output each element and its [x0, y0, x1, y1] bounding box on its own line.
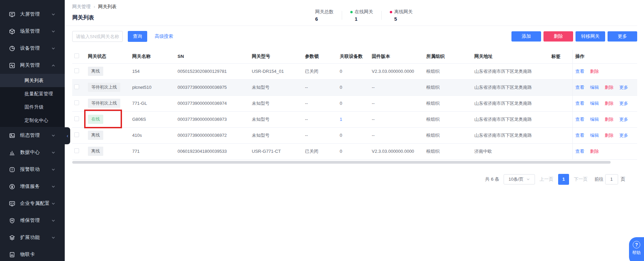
search-input[interactable]: [72, 31, 123, 42]
prev-page-button[interactable]: 上一页: [540, 176, 554, 182]
sidebar-item-card[interactable]: 物联卡: [0, 246, 65, 261]
device-count: 0: [340, 101, 342, 106]
screen-icon: [9, 11, 15, 18]
row-checkbox-cell: [72, 143, 85, 159]
action-link-danger[interactable]: 删除: [605, 101, 614, 106]
stat-offline-label: 离线网关: [390, 9, 413, 15]
sn-cell: 00501523020800129781: [175, 63, 249, 79]
action-link-danger[interactable]: 删除: [605, 117, 614, 122]
sidebar-item-screen[interactable]: 大屏管理: [0, 6, 65, 23]
chevron-down-icon: [51, 185, 55, 189]
model-cell: USR-DR154_01: [249, 63, 302, 79]
action-link-danger[interactable]: 删除: [605, 133, 614, 138]
firmware-cell: V2.3.03.000000.0000: [369, 63, 424, 79]
sn-cell: 00037739000000036974: [175, 95, 249, 111]
sidebar-subitem[interactable]: 定制化中心: [0, 114, 65, 127]
action-link-primary[interactable]: 更多: [619, 133, 628, 138]
device-count-link[interactable]: 1: [340, 117, 342, 122]
sn-cell: 00601923041800039533: [175, 143, 249, 159]
sidebar-collapse-handle[interactable]: ‹: [65, 127, 70, 144]
firmware-cell: --: [369, 127, 424, 143]
sidebar-item-code[interactable]: 企业专属配置: [0, 195, 65, 212]
model-cell: 未知型号: [249, 127, 302, 143]
action-link-primary[interactable]: 查看: [576, 69, 584, 74]
sidebar-item-label: 场景管理: [20, 28, 51, 34]
actions-cell: 查看编辑删除更多: [572, 79, 637, 95]
tag-cell: [549, 95, 572, 111]
alarm-icon: [9, 166, 15, 173]
column-header: 操作: [572, 50, 637, 63]
question-mark-icon: ?: [633, 241, 640, 248]
goto-page-input[interactable]: [605, 174, 618, 184]
add-button[interactable]: 添加: [511, 31, 541, 42]
action-link-danger[interactable]: 删除: [605, 85, 614, 90]
address-cell: 山东省济南市历下区龙奥南路: [472, 63, 549, 79]
table-row: 等待初次上线771-GL00037739000000036974未知型号--0-…: [72, 95, 637, 111]
sidebar-subitem[interactable]: 固件升级: [0, 100, 65, 114]
query-button[interactable]: 查询: [128, 31, 147, 42]
column-header: 参数锁: [302, 50, 337, 63]
row-checkbox[interactable]: [74, 68, 79, 73]
sidebar-item-gateway[interactable]: 网关管理: [0, 57, 65, 74]
action-link-primary[interactable]: 查看: [576, 85, 584, 90]
sidebar-item-pie[interactable]: 设备管理: [0, 40, 65, 57]
sidebar-item-cube[interactable]: 场景管理: [0, 23, 65, 40]
page-number-1[interactable]: 1: [558, 174, 569, 185]
actions-cell: 查看删除: [572, 63, 637, 79]
sidebar-item-label: 网关管理: [20, 62, 51, 68]
sidebar-item-coin[interactable]: 增值服务: [0, 178, 65, 195]
sidebar-subitem[interactable]: 批量配置管理: [0, 87, 65, 100]
row-checkbox[interactable]: [74, 100, 79, 105]
page-unit-label: 页: [621, 176, 626, 182]
action-link-primary[interactable]: 更多: [619, 85, 628, 90]
scrollbar-thumb[interactable]: [72, 161, 611, 164]
chevron-down-icon: [51, 134, 55, 137]
address-cell: 山东省济南市历下区龙奥南路: [472, 111, 549, 127]
sidebar-item-layers[interactable]: 扩展功能: [0, 229, 65, 246]
model-cell: 未知型号: [249, 79, 302, 95]
action-link-danger[interactable]: 删除: [590, 149, 599, 154]
sidebar-item-label: 设备管理: [20, 45, 51, 51]
more-button[interactable]: 更多: [608, 31, 637, 42]
action-link-primary[interactable]: 更多: [619, 117, 628, 122]
sidebar-item-label: 物联卡: [20, 251, 65, 258]
chevron-down-icon: [51, 47, 55, 50]
sidebar-item-shield[interactable]: 维保管理: [0, 212, 65, 229]
sn-cell: 00037739000000036973: [175, 111, 249, 127]
row-checkbox[interactable]: [74, 132, 79, 137]
action-link-danger[interactable]: 删除: [590, 69, 599, 74]
org-cell: 根组织: [424, 79, 472, 95]
sidebar-subitem-active[interactable]: 网关列表: [0, 74, 65, 87]
help-button[interactable]: ? 帮助: [629, 237, 644, 261]
breadcrumb-item-gateway-mgmt[interactable]: 网关管理: [72, 4, 91, 10]
action-link-primary[interactable]: 编辑: [590, 133, 599, 138]
row-checkbox[interactable]: [74, 148, 79, 153]
gateway-name-cell: G806S: [129, 111, 175, 127]
row-checkbox[interactable]: [74, 116, 79, 121]
sidebar-item-image[interactable]: 组态管理: [0, 127, 65, 144]
action-link-primary[interactable]: 查看: [576, 117, 584, 122]
action-link-primary[interactable]: 更多: [619, 101, 628, 106]
sidebar-item-alarm[interactable]: 报警联动: [0, 161, 65, 178]
device-count: 0: [340, 85, 342, 90]
gateway-status-cell: 在线: [85, 111, 129, 127]
action-link-primary[interactable]: 查看: [576, 101, 584, 106]
action-link-primary[interactable]: 查看: [576, 133, 584, 138]
page-size-select[interactable]: 10条/页: [504, 174, 535, 184]
action-link-primary[interactable]: 查看: [576, 149, 584, 154]
delete-button[interactable]: 删除: [543, 31, 573, 42]
model-cell: USR-G771-CT: [249, 143, 302, 159]
stat-total: 网关总数 6: [315, 9, 334, 22]
action-link-primary[interactable]: 编辑: [590, 101, 599, 106]
action-link-primary[interactable]: 编辑: [590, 117, 599, 122]
page-size-value: 10条/页: [508, 176, 523, 182]
row-checkbox[interactable]: [74, 84, 79, 89]
stat-divider: [342, 11, 342, 20]
sidebar-item-chart[interactable]: 数据中心: [0, 144, 65, 161]
action-link-primary[interactable]: 编辑: [590, 85, 599, 90]
transfer-gateway-button[interactable]: 转移网关: [576, 31, 605, 42]
advanced-search-link[interactable]: 高级搜索: [155, 33, 173, 39]
sidebar-item-label: 扩展功能: [20, 234, 51, 241]
select-all-checkbox[interactable]: [74, 53, 79, 58]
next-page-button[interactable]: 下一页: [574, 176, 588, 182]
